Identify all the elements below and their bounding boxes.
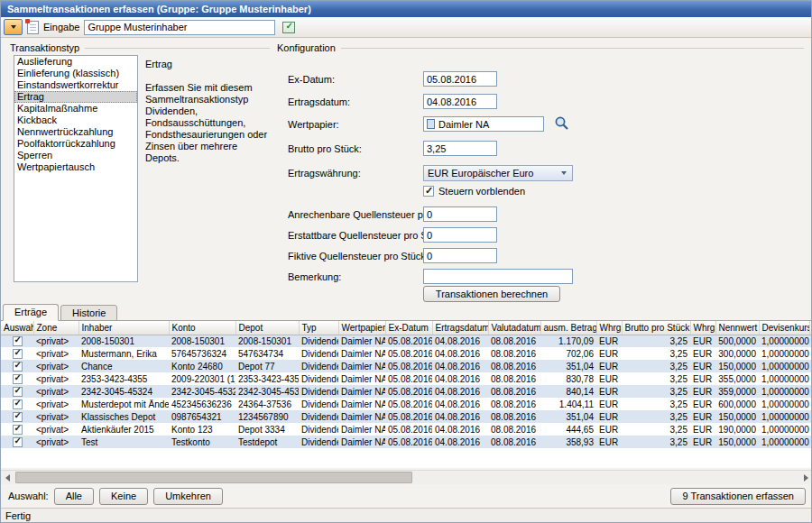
cell-auswahl [1,423,33,436]
fiktive-input[interactable] [423,248,497,263]
row-checkbox[interactable] [13,349,23,359]
chevron-down-icon [561,171,567,175]
eingabe-input[interactable] [84,20,275,35]
transaction-type-option[interactable]: Kickback [14,115,137,126]
column-header-whrg1[interactable]: Whrg. [596,321,622,335]
cell-wertpapier: Daimler NA [338,372,385,385]
transaction-type-option[interactable]: Kapitalmaßnahme [14,103,137,115]
ertragsdatum-input[interactable] [423,94,497,109]
cell-typ: Dividende [299,410,338,423]
window-titlebar[interactable]: Sammeltransaktionen erfassen (Gruppe: Gr… [1,1,811,17]
brutto-input[interactable] [423,141,497,156]
cell-typ: Dividende [299,360,338,372]
cell-typ: Dividende [299,335,338,347]
cell-auswahl [1,436,33,448]
table-row[interactable]: <privat>2342-3045-453242342-3045-4532423… [1,385,812,398]
scrollbar-thumb[interactable] [15,472,412,483]
column-header-konto[interactable]: Konto [169,321,235,335]
cell-depot: 547634734 [235,347,299,360]
column-header-betrag[interactable]: ausm. Betrag [540,321,596,335]
ex-datum-input[interactable] [423,71,497,87]
table-body: <privat>2008-1503012008-1503012008-15030… [1,335,812,448]
cell-wertpapier: Daimler NA [338,398,385,410]
scroll-right-button[interactable] [799,471,812,485]
anrechenbare-input[interactable] [423,206,497,222]
waehrung-select[interactable]: EUR Europäischer Euro [423,165,573,181]
cell-ertragsdatum: 04.08.2016 [432,410,488,423]
apply-button[interactable] [280,19,298,36]
column-header-whrg2[interactable]: Whrg. [690,321,715,335]
column-header-devisenkurs[interactable]: Devisenkurs [759,321,809,335]
transaction-type-option[interactable]: Auslieferung [14,56,137,68]
column-header-wertpapier[interactable]: Wertpapier [338,321,385,335]
cell-auswahl [1,398,33,410]
table-row[interactable]: <privat>Klassisches Depot098765432112345… [1,410,812,423]
cell-whrg1: EUR [596,423,622,436]
horizontal-scrollbar[interactable] [1,470,812,484]
column-header-inhaber[interactable]: Inhaber [78,321,169,335]
table-row[interactable]: <privat>2353-3423-43552009-220301 (1) (2… [1,372,812,385]
table-container[interactable]: AuswahlZoneInhaberKontoDepotTypWertpapie… [1,321,812,468]
transaction-type-option[interactable]: Einstandswertkorrektur [14,79,137,91]
cell-inhaber: Test [78,436,169,448]
magnifier-icon [554,115,569,131]
transaction-type-option[interactable]: Einlieferung (klassisch) [14,68,137,79]
cell-nennwert: 150,0000 [715,360,759,372]
cell-whrg1: EUR [596,410,622,423]
cell-inhaber: 2353-3423-4355 [78,372,169,385]
transaction-type-option[interactable]: Nennwertrückzahlung [14,126,137,138]
fiktive-label: Fiktive Quellensteuer pro Stück: [288,251,429,262]
selection-alle-button[interactable]: Alle [54,488,94,505]
cell-exdatum: 05.08.2016 [385,335,432,347]
row-checkbox[interactable] [13,374,23,384]
cell-exdatum: 05.08.2016 [385,372,432,385]
cell-wertpapier: Daimler NA [338,335,385,347]
steuern-vorblenden-checkbox[interactable]: Steuern vorblenden [423,186,525,197]
selection-umkehren-button[interactable]: Umkehren [153,488,223,505]
cell-whrg2: EUR [690,423,715,436]
cell-valutadatum: 08.08.2016 [488,398,540,410]
table-row[interactable]: <privat>Mustermann, Erika576457363245476… [1,347,812,360]
table-row[interactable]: <privat>Aktienkäufer 2015Konto 123Depot … [1,423,812,436]
table-row[interactable]: <privat>Musterdepot mit Änderungen452345… [1,398,812,410]
scroll-left-button[interactable] [1,471,14,485]
column-header-depot[interactable]: Depot [235,321,299,335]
column-header-exdatum[interactable]: Ex-Datum [385,321,432,335]
column-header-typ[interactable]: Typ [299,321,338,335]
cell-konto: Konto 123 [169,423,235,436]
cell-valutadatum: 08.08.2016 [488,410,540,423]
table-row[interactable]: <privat>ChanceKonto 24680Depot 77Dividen… [1,360,812,372]
bemerkung-input[interactable] [423,269,573,284]
wertpapier-suche-button[interactable] [553,115,570,133]
tab-ertraege[interactable]: Erträge [3,304,59,321]
wertpapier-field[interactable]: Daimler NA [423,116,544,132]
row-checkbox[interactable] [13,362,23,372]
table-row[interactable]: <privat>2008-1503012008-1503012008-15030… [1,335,812,347]
toolbar-dropdown-button[interactable] [4,19,23,35]
column-header-auswahl[interactable]: Auswahl [1,321,33,335]
table-row[interactable]: <privat>TestTestkontoTestdepotDividendeD… [1,436,812,448]
selection-keine-button[interactable]: Keine [99,488,148,505]
row-checkbox[interactable] [13,336,23,346]
erstattbare-input[interactable] [423,227,497,243]
column-header-valutadatum[interactable]: Valutadatum [488,321,540,335]
column-header-nennwert[interactable]: Nennwert [715,321,759,335]
row-checkbox[interactable] [13,437,23,447]
transaction-type-option[interactable]: Sperren [14,150,137,161]
row-checkbox[interactable] [13,399,23,409]
cell-brutto: 3,25 [622,347,690,360]
column-header-ertragsdatum[interactable]: Ertragsdatum [432,321,488,335]
row-checkbox[interactable] [13,412,23,422]
tab-historie[interactable]: Historie [60,305,117,321]
transaction-type-option[interactable]: Ertrag [14,91,137,103]
transaction-type-option[interactable]: Poolfaktorrückzahlung [14,138,137,150]
column-header-brutto[interactable]: Brutto pro Stück [622,321,690,335]
transaction-type-listbox[interactable]: AuslieferungEinlieferung (klassisch)Eins… [14,55,138,282]
transaktionen-berechnen-button[interactable]: Transaktionen berechnen [423,286,560,302]
row-checkbox[interactable] [13,387,23,397]
cell-ertragsdatum: 04.08.2016 [432,436,488,448]
transaktionen-erfassen-button[interactable]: 9 Transaktionen erfassen [670,488,806,505]
transaction-type-option[interactable]: Wertpapiertausch [14,161,137,173]
row-checkbox[interactable] [13,425,23,435]
column-header-zone[interactable]: Zone [33,321,78,335]
